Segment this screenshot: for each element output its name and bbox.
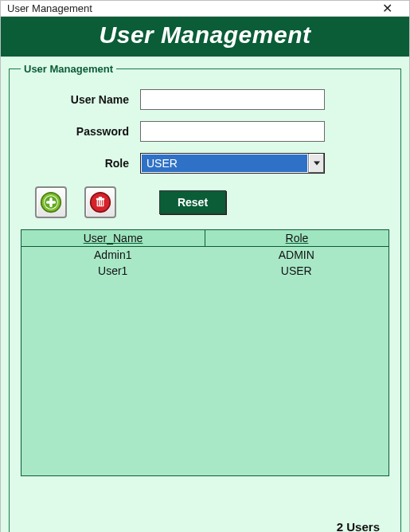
- svg-rect-9: [99, 197, 102, 198]
- row-password: Password: [21, 121, 389, 142]
- trash-icon: [89, 191, 111, 213]
- close-icon[interactable]: ✕: [371, 1, 403, 16]
- banner-title: User Management: [1, 22, 409, 49]
- titlebar: User Management ✕: [1, 1, 409, 17]
- status-count: 2 Users: [337, 520, 380, 532]
- banner: User Management: [1, 17, 409, 57]
- delete-button[interactable]: [84, 186, 116, 218]
- cell-username: Admin1: [21, 247, 205, 263]
- content-area: User Management User Name Password Role …: [1, 57, 409, 532]
- table-header: User_Name Role: [21, 230, 389, 247]
- role-select[interactable]: USER: [140, 153, 325, 174]
- add-button[interactable]: [35, 186, 67, 218]
- row-username: User Name: [21, 89, 389, 110]
- password-input[interactable]: [140, 121, 325, 142]
- table-row[interactable]: User1 USER: [21, 263, 389, 279]
- cell-role: USER: [205, 263, 389, 279]
- cell-role: ADMIN: [205, 247, 389, 263]
- column-header-role[interactable]: Role: [205, 230, 389, 246]
- action-buttons: Reset: [35, 186, 389, 218]
- svg-rect-12: [102, 200, 103, 205]
- reset-button[interactable]: Reset: [159, 190, 226, 214]
- role-selected-value: USER: [142, 155, 307, 172]
- chevron-down-icon[interactable]: [308, 154, 324, 173]
- cell-username: User1: [21, 263, 205, 279]
- add-icon: [40, 191, 62, 213]
- row-role: Role USER: [21, 153, 389, 174]
- table-body: Admin1 ADMIN User1 USER: [21, 247, 389, 279]
- table-row[interactable]: Admin1 ADMIN: [21, 247, 389, 263]
- username-label: User Name: [21, 93, 140, 106]
- password-label: Password: [21, 125, 140, 138]
- role-label: Role: [21, 157, 140, 170]
- svg-rect-10: [98, 200, 99, 205]
- svg-rect-11: [100, 200, 100, 205]
- users-table: User_Name Role Admin1 ADMIN User1 USER: [21, 229, 389, 476]
- svg-rect-5: [46, 201, 56, 204]
- window-title: User Management: [7, 2, 92, 14]
- username-input[interactable]: [140, 89, 325, 110]
- user-management-group: User Management User Name Password Role …: [9, 63, 401, 532]
- window: User Management ✕ User Management User M…: [0, 0, 410, 532]
- svg-marker-0: [314, 162, 320, 166]
- group-legend: User Management: [21, 63, 116, 75]
- column-header-username[interactable]: User_Name: [21, 230, 205, 246]
